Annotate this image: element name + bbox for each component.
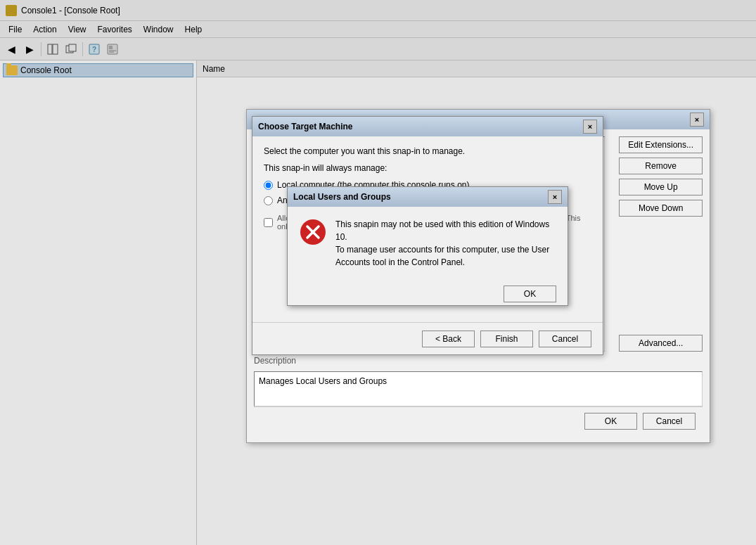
target-close-button[interactable]: ×	[583, 120, 597, 134]
move-down-button[interactable]: Move Down	[619, 200, 703, 217]
snapins-description: Manages Local Users and Groups	[254, 371, 703, 406]
back-button-target[interactable]: < Back	[422, 331, 475, 347]
cancel-button-target[interactable]: Cancel	[539, 331, 591, 347]
snapins-cancel-button[interactable]: Cancel	[643, 413, 696, 430]
move-up-button[interactable]: Move Up	[619, 179, 703, 195]
advanced-button[interactable]: Advanced...	[619, 335, 703, 352]
snapins-bottom-buttons: OK Cancel	[254, 406, 703, 435]
allow-checkbox[interactable]	[264, 218, 273, 227]
finish-button[interactable]: Finish	[480, 331, 533, 347]
snapins-close-button[interactable]: ×	[690, 113, 704, 127]
radio-local-input[interactable]	[264, 181, 273, 190]
error-ok-button[interactable]: OK	[504, 286, 556, 302]
target-subtitle: This snap-in will always manage:	[264, 163, 591, 173]
target-intro: Select the computer you want this snap-i…	[264, 146, 591, 156]
error-close-button[interactable]: ×	[548, 190, 562, 204]
edit-extensions-button[interactable]: Edit Extensions...	[619, 136, 703, 153]
error-buttons: OK	[288, 280, 568, 308]
error-title: Local Users and Groups	[293, 192, 391, 202]
target-title: Choose Target Machine	[258, 122, 352, 132]
remove-button[interactable]: Remove	[619, 158, 703, 174]
error-icon	[299, 218, 327, 246]
snapins-ok-button[interactable]: OK	[584, 413, 637, 430]
description-label: Description	[254, 356, 703, 366]
dialog-error: Local Users and Groups × This snapin may…	[287, 186, 568, 306]
snapins-right-buttons: Edit Extensions... Remove Move Up Move D…	[619, 136, 703, 352]
radio-another-input[interactable]	[264, 196, 273, 205]
error-title-bar: Local Users and Groups ×	[288, 187, 568, 207]
target-title-bar: Choose Target Machine ×	[252, 117, 603, 136]
error-content: This snapin may not be used with this ed…	[288, 207, 568, 280]
target-bottom-buttons: < Back Finish Cancel	[252, 322, 603, 354]
error-message: This snapin may not be used with this ed…	[335, 218, 556, 269]
